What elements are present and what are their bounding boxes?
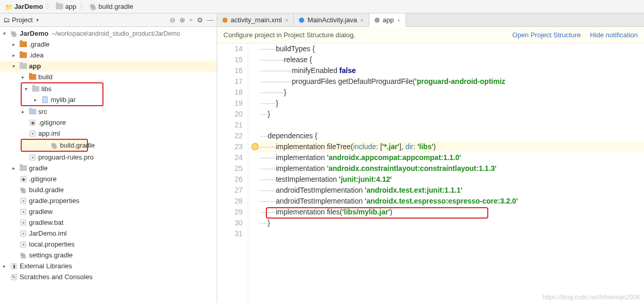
tree-item[interactable]: ▸mylib.jar — [22, 94, 102, 105]
tree-item[interactable]: ▪proguard-rules.pro — [0, 152, 217, 163]
code-line[interactable]: ········testImplementation 'junit:junit:… — [257, 174, 644, 185]
gradle-icon: 🐘 — [20, 252, 27, 258]
intention-bulb-icon[interactable] — [251, 143, 259, 150]
tree-chevron[interactable]: ▸ — [3, 263, 9, 269]
code-line[interactable] — [257, 120, 644, 131]
tree-item[interactable]: ▪gradlew — [0, 206, 217, 217]
code-line[interactable]: ········} — [257, 98, 644, 109]
tree-item[interactable]: ▾🐘JarDemo~/workspace/android_studio_prod… — [0, 28, 217, 39]
gradle-icon: 🐘 — [20, 187, 27, 193]
project-icon: 🗂 — [3, 16, 10, 24]
tree-chevron[interactable]: ▾ — [3, 31, 9, 36]
close-icon[interactable]: × — [360, 17, 363, 23]
tree-chevron[interactable]: ▸ — [12, 41, 19, 47]
tab-label: MainActivity.java — [307, 16, 357, 24]
tree-item[interactable]: ▪local.properties — [0, 239, 217, 250]
code-line[interactable]: ············release { — [257, 54, 644, 65]
line-number: 25 — [217, 163, 243, 174]
breadcrumb-bar: 📁 JarDemo 〉 app 〉 🐘 build.gradle — [0, 0, 644, 13]
tree-item[interactable]: ▸src — [0, 106, 217, 117]
code-line[interactable]: ········implementation fileTree(include:… — [257, 141, 644, 152]
tree-chevron[interactable]: ▸ — [12, 52, 19, 58]
tree-item-label: proguard-rules.pro — [37, 153, 94, 161]
tree-item[interactable]: ▪JarDemo.iml — [0, 228, 217, 239]
line-number: 26 — [217, 174, 243, 185]
select-opened-icon[interactable]: ⊕ — [179, 16, 185, 24]
tree-item[interactable]: ▸.gradle — [0, 39, 217, 50]
code-line[interactable]: ········androidTestImplementation 'andro… — [257, 185, 644, 196]
tree-chevron[interactable]: ▸ — [12, 165, 19, 171]
breadcrumb-sep: 〉 — [79, 2, 87, 11]
tree-item[interactable]: ▾libs — [22, 83, 102, 94]
scratch-icon: ✎ — [11, 274, 17, 280]
line-number: 27 — [217, 185, 243, 196]
hide-icon[interactable]: — — [207, 16, 214, 24]
code-line[interactable]: ············} — [257, 87, 644, 98]
project-tree[interactable]: ▾🐘JarDemo~/workspace/android_studio_prod… — [0, 27, 217, 303]
line-number: 17 — [217, 76, 243, 87]
file-icon: ▪ — [20, 230, 26, 237]
code-line[interactable]: ········implementation 'androidx.appcomp… — [257, 152, 644, 163]
divide-icon[interactable]: ÷ — [189, 16, 193, 24]
tree-item[interactable]: ◆.gitignore — [0, 174, 217, 184]
code-line[interactable]: ········buildTypes { — [257, 44, 644, 54]
xml-icon — [222, 18, 228, 23]
line-gutter: 141516171819202122232425262728293031 — [217, 44, 248, 303]
tree-item-label: app.iml — [37, 129, 60, 137]
folder-icon — [20, 41, 27, 47]
tree-item[interactable]: ▾app — [0, 61, 217, 71]
code-line[interactable]: ················proguardFiles getDefault… — [257, 76, 644, 87]
hide-notification-link[interactable]: Hide notification — [590, 31, 638, 39]
tree-item[interactable]: ◆.gitignore — [0, 117, 217, 128]
tree-item-label: gradle — [28, 164, 48, 172]
tree-item[interactable]: ▸build — [0, 71, 217, 82]
collapse-all-icon[interactable]: ⊖ — [170, 16, 175, 24]
tree-chevron[interactable]: ▾ — [25, 86, 31, 92]
tree-item-label: libs — [40, 85, 52, 93]
editor-tab[interactable]: app× — [369, 13, 406, 27]
tree-chevron[interactable]: ▸ — [34, 97, 40, 103]
tree-chevron[interactable]: ▸ — [22, 109, 28, 114]
project-header-actions: ⊖ ⊕ ÷ ✿ — — [170, 16, 214, 24]
chevron-down-icon: ▾ — [36, 17, 39, 23]
tree-item[interactable]: ▪gradle.properties — [0, 195, 217, 206]
close-icon[interactable]: × — [285, 17, 288, 23]
code-line[interactable]: ········androidTestImplementation 'andro… — [257, 196, 644, 207]
tree-item[interactable]: ✎Scratches and Consoles — [0, 271, 217, 282]
code-line[interactable]: ········implementation 'androidx.constra… — [257, 163, 644, 174]
tree-item-label: settings.gradle — [28, 251, 73, 259]
code-line[interactable]: ····dependencies { — [257, 131, 644, 141]
tree-item[interactable]: 🐘build.gradle — [0, 184, 217, 195]
line-number: 23 — [217, 141, 243, 152]
gear-icon[interactable]: ✿ — [197, 16, 203, 24]
code-editor[interactable]: 141516171819202122232425262728293031 ···… — [217, 44, 644, 303]
breadcrumb-item[interactable]: 🐘 build.gradle — [87, 3, 136, 10]
line-number: 18 — [217, 87, 243, 98]
code-line[interactable] — [257, 228, 644, 239]
close-icon[interactable]: × — [397, 17, 400, 23]
tree-item[interactable]: ▸▮External Libraries — [0, 261, 217, 271]
code-lines[interactable]: ········buildTypes {············release … — [257, 44, 644, 303]
tree-item[interactable]: ▪app.iml — [0, 128, 217, 139]
tree-chevron[interactable]: ▾ — [12, 63, 19, 69]
line-number: 19 — [217, 98, 243, 109]
tree-item[interactable]: ▪gradlew.bat — [0, 217, 217, 228]
folder-icon — [29, 74, 36, 80]
editor-tab[interactable]: activity_main.xml× — [217, 13, 294, 26]
tree-item-label: JarDemo.iml — [28, 229, 67, 237]
project-view-selector[interactable]: 🗂 Project▾ — [3, 16, 170, 24]
tree-item[interactable]: ▸gradle — [0, 163, 217, 174]
fold-gutter[interactable] — [248, 44, 257, 303]
code-line[interactable]: ················minifyEnabled false — [257, 65, 644, 76]
open-project-structure-link[interactable]: Open Project Structure — [512, 31, 580, 39]
code-line[interactable]: ····} — [257, 218, 644, 228]
tree-chevron[interactable]: ▸ — [22, 74, 28, 80]
editor-tab[interactable]: MainActivity.java× — [294, 13, 369, 26]
breadcrumb-item[interactable]: 📁 JarDemo — [3, 3, 45, 10]
tree-item[interactable]: 🐘settings.gradle — [0, 250, 217, 261]
code-line[interactable]: ········implementation files('libs/mylib… — [257, 207, 644, 218]
code-line[interactable]: ····} — [257, 109, 644, 120]
tree-item[interactable]: 🐘build.gradle — [22, 140, 87, 151]
breadcrumb-item[interactable]: app — [54, 3, 78, 10]
tree-item[interactable]: ▸.idea — [0, 50, 217, 61]
